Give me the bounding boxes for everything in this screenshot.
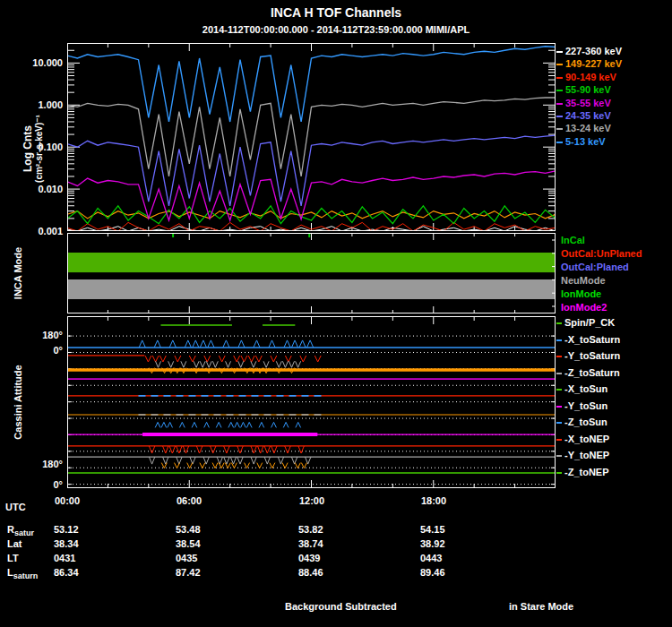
legend-dash-icon [556, 103, 563, 105]
legend-dash-icon [556, 77, 563, 79]
attitude-y-tick-label: 0° [0, 479, 63, 490]
legend-item: 149-227 keV [556, 58, 622, 69]
attitude-label-tick-icon [556, 389, 562, 391]
attitude-label-tick-icon [556, 339, 562, 341]
attitude-label-text: -Y_toNEP [564, 450, 609, 460]
row-label-main: R [7, 524, 14, 535]
footer-background-subtracted: Background Subtracted [285, 601, 397, 612]
table-cell: 53.82 [298, 524, 323, 535]
green-mode-bar [67, 253, 556, 272]
attitude-series-label: -X_toNEP [556, 434, 609, 444]
table-cell: 54.15 [420, 524, 445, 535]
legend-item: 24-35 keV [556, 110, 611, 121]
legend-item: 90-149 keV [556, 72, 616, 82]
legend-item: 227-360 keV [556, 46, 622, 56]
series-55-90keV [67, 206, 556, 224]
page-title: INCA H TOF Channels [0, 7, 672, 18]
legend-label: 24-35 keV [565, 110, 611, 121]
table-cell: 0439 [298, 553, 320, 563]
attitude-label-text: -X_toNEP [564, 434, 609, 444]
attitude-label-text: -X_toSun [564, 383, 607, 394]
legend-dash-icon [556, 90, 563, 91]
legend-label: 90-149 keV [565, 72, 616, 82]
table-cell: 38.54 [176, 538, 201, 549]
table-row-label: Rsatur [7, 524, 34, 538]
legend-item: 5-13 keV [556, 136, 606, 147]
attitude-series-label: -Y_toSun [556, 400, 607, 411]
row-label-main: L [7, 567, 13, 578]
tof-counts-chart [67, 43, 556, 231]
legend-label: 35-55 keV [565, 98, 611, 108]
row-label-subscript: satur [14, 528, 34, 537]
attitude-series-label: -Y_toNEP [556, 450, 609, 460]
legend-dash-icon [556, 51, 563, 53]
legend-item: 55-90 keV [556, 84, 611, 95]
utc-tick-label: 06:00 [177, 495, 202, 506]
attitude-label-text: Spin/P_CK [564, 317, 615, 328]
y-tick-label: 0.100 [0, 142, 63, 152]
row-label-main: LT [7, 553, 19, 563]
table-cell: 0443 [420, 553, 442, 563]
legend-label: 13-24 keV [565, 123, 611, 133]
attitude-y-tick-label: 180° [0, 330, 63, 340]
table-cell: 88.46 [298, 567, 323, 578]
table-cell: 89.46 [420, 567, 445, 578]
utc-tick-label: 00:00 [55, 495, 80, 506]
gray-mode-bar [67, 279, 556, 299]
utc-tick-label: 18:00 [421, 495, 446, 506]
utc-tick-label: 12:00 [299, 495, 324, 506]
attitude-label-tick-icon [556, 422, 562, 424]
attitude-label-tick-icon [556, 356, 562, 357]
legend-dash-icon [556, 128, 563, 130]
row-label-main: Lat [7, 538, 22, 549]
inca-mode-chart [67, 233, 556, 314]
y-tick-label: 0.001 [0, 226, 63, 236]
table-row-label: Lsaturn [7, 567, 38, 581]
legend-label: 55-90 keV [565, 84, 611, 95]
attitude-series-label: -X_toSaturn [556, 334, 620, 345]
attitude-series-label: -Y_toSaturn [556, 350, 620, 361]
mode-y-axis-label: INCA Mode [13, 247, 23, 299]
attitude-label-text: -Z_toSaturn [564, 367, 620, 378]
table-cell: 86.34 [54, 567, 79, 578]
mode-legend-item: OutCal:Planed [561, 262, 629, 272]
y-tick-label: 10.000 [0, 57, 63, 68]
attitude-series-label: Spin/P_CK [556, 317, 615, 328]
legend-label: 149-227 keV [565, 58, 622, 69]
attitude-label-text: -Z_toNEP [564, 467, 609, 477]
attitude-label-tick-icon [556, 373, 562, 374]
attitude-label-tick-icon [556, 322, 562, 324]
attitude-y-axis-label: Cassini Attitude [13, 365, 23, 439]
attitude-label-text: -Z_toSun [564, 417, 607, 427]
y-tick-label: 1.000 [0, 99, 63, 110]
table-row-label: LT [7, 553, 19, 563]
table-cell: 53.12 [54, 524, 79, 535]
table-cell: 53.48 [176, 524, 201, 535]
table-cell: 38.92 [420, 538, 445, 549]
legend-item: 13-24 keV [556, 123, 611, 133]
attitude-label-text: -Y_toSun [564, 400, 607, 411]
attitude-label-text: -X_toSaturn [564, 334, 620, 345]
table-cell: 38.34 [54, 538, 79, 549]
table-cell: 38.74 [298, 538, 323, 549]
legend-dash-icon [556, 64, 563, 65]
attitude-y-tick-label: 0° [0, 345, 63, 356]
attitude-label-tick-icon [556, 455, 562, 457]
legend-item: 35-55 keV [556, 98, 611, 108]
legend-label: 227-360 keV [565, 46, 622, 56]
attitude-y-tick-label: 180° [0, 459, 63, 469]
footer-stare-mode: in Stare Mode [509, 601, 573, 612]
table-cell: 0435 [176, 553, 197, 563]
legend-label: 5-13 keV [565, 136, 606, 147]
mode-legend-item: IonMode [561, 288, 601, 299]
attitude-label-text: -Y_toSaturn [564, 350, 620, 361]
page-subtitle: 2014-112T00:00:00.000 - 2014-112T23:59:0… [0, 24, 672, 35]
mode-legend-item: InCal [561, 235, 585, 245]
table-cell: 0431 [54, 553, 75, 563]
table-cell: 87.42 [176, 567, 201, 578]
attitude-series-label: -Z_toSun [556, 417, 607, 427]
attitude-series-label: -Z_toSaturn [556, 367, 620, 378]
attitude-series-label: -X_toSun [556, 383, 607, 394]
attitude-label-tick-icon [556, 406, 562, 408]
legend-dash-icon [556, 142, 563, 143]
